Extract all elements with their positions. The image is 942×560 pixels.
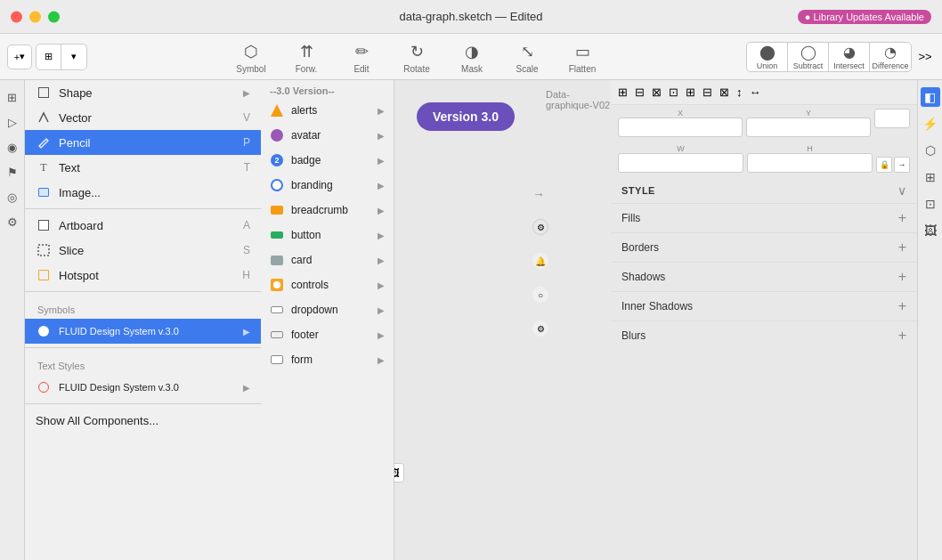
style-divider-1 [611, 203, 917, 204]
menu-item-pencil[interactable]: Pencil P [25, 130, 261, 155]
minimize-button[interactable] [29, 11, 41, 22]
symbol-tool[interactable]: ⬡ Symbol [224, 39, 278, 74]
difference-tool[interactable]: ◔ Difference [870, 43, 911, 71]
inspector-align-center[interactable]: ⊟ [633, 84, 646, 101]
rotate-tool[interactable]: ↻ Rotate [390, 39, 443, 74]
scale-tool[interactable]: ⤡ Scale [500, 39, 554, 74]
menu-item-shape[interactable]: Shape ▶ [25, 80, 261, 105]
image-add-icon[interactable]: 🖼 [921, 221, 940, 240]
edit-tool[interactable]: ✏ Edit [335, 39, 388, 74]
submenu-form[interactable]: form ▶ [261, 347, 394, 372]
submenu-card[interactable]: card ▶ [261, 248, 394, 272]
fluid-ts-label: FLUID Design System v.3.0 [59, 382, 240, 393]
nav-settings2[interactable]: ⚙ [532, 321, 548, 337]
submenu-badge[interactable]: 2 badge ▶ [261, 148, 394, 173]
main-area: ⊞ ▷ ◉ ⚑ ◎ ⚙ Shape ▶ Vector V Pencil [0, 80, 942, 560]
inspector-flip-v[interactable]: ↔ [748, 84, 763, 101]
forward-tool[interactable]: ⇈ Forw. [280, 39, 333, 74]
menu-item-vector[interactable]: Vector V [25, 105, 261, 130]
style-divider-2 [611, 232, 917, 233]
more-button[interactable]: >> [915, 45, 935, 69]
footer-label: footer [291, 329, 378, 341]
coord-x-input[interactable] [618, 118, 743, 137]
menu-item-artboard[interactable]: Artboard A [25, 213, 261, 238]
submenu-button[interactable]: button ▶ [261, 223, 394, 248]
submenu-dropdown[interactable]: dropdown ▶ [261, 297, 394, 322]
fills-add-button[interactable]: + [898, 210, 906, 226]
window-controls [11, 11, 60, 22]
coord-y-input[interactable] [746, 118, 871, 137]
menu-item-text[interactable]: T Text T [25, 155, 261, 180]
inspector-align-bottom[interactable]: ⊠ [718, 84, 731, 101]
inspector-flip-h[interactable]: ↕ [735, 84, 744, 101]
lock-ratio-button[interactable]: 🔒 [876, 157, 892, 173]
toolbar-center: ⬡ Symbol ⇈ Forw. ✏ Edit ↻ Rotate ◑ Mask … [87, 39, 746, 74]
inspector-align-right[interactable]: ⊠ [650, 84, 663, 101]
shadows-add-button[interactable]: + [898, 269, 906, 285]
layer-buttons: ⊞ ▾ [36, 44, 87, 70]
submenu-footer[interactable]: footer ▶ [261, 322, 394, 347]
controls-icon [270, 278, 284, 292]
inspector-icon[interactable]: ◧ [921, 87, 940, 107]
coord-w-input[interactable] [618, 153, 743, 173]
play-icon[interactable]: ▷ [3, 112, 22, 132]
menu-item-fluid[interactable]: FLUID Design System v.3.0 ▶ [25, 319, 261, 344]
grid-icon[interactable]: ⊞ [921, 167, 940, 187]
coord-y-field: Y [746, 109, 871, 137]
inspector-distribute-h[interactable]: ⊡ [667, 84, 680, 101]
menu-item-slice[interactable]: Slice S [25, 238, 261, 263]
submenu-breadcrumb[interactable]: breadcrumb ▶ [261, 198, 394, 223]
menu-item-show-all[interactable]: Show All Components... [25, 408, 261, 433]
inspector-distribute-v[interactable]: ⊞ [684, 84, 697, 101]
borders-add-button[interactable]: + [898, 239, 906, 256]
menu-item-fluid-ts[interactable]: FLUID Design System v.3.0 ▶ [25, 375, 261, 400]
flatten-tool[interactable]: ▭ Flatten [556, 39, 609, 74]
resize-icon[interactable]: ⊡ [921, 194, 940, 214]
menu-item-hotspot[interactable]: Hotspot H [25, 263, 261, 288]
inspector-align-top[interactable]: ⊟ [701, 84, 714, 101]
nav-settings[interactable]: ⚙ [532, 219, 548, 235]
mask-tool[interactable]: ◑ Mask [445, 39, 499, 74]
submenu-alerts[interactable]: alerts ▶ [261, 98, 394, 123]
library-badge[interactable]: ● Library Updates Available [798, 10, 931, 24]
nav-arrow-right[interactable]: → [532, 187, 548, 201]
insert-button[interactable]: ▾ [61, 45, 86, 69]
lightning-icon[interactable]: ⚡ [921, 114, 940, 134]
nav-circle[interactable]: ○ [532, 287, 548, 303]
menu-divider-1 [25, 208, 261, 209]
add-image-button[interactable]: 🖼 [394, 463, 404, 483]
coord-h-input[interactable] [747, 153, 873, 173]
submenu-controls[interactable]: controls ▶ [261, 272, 394, 297]
menu-item-image[interactable]: Image... [25, 180, 261, 205]
close-button[interactable] [11, 11, 22, 22]
inner-shadows-add-button[interactable]: + [898, 298, 906, 314]
inspector-align-left[interactable]: ⊞ [616, 84, 629, 101]
subtract-tool[interactable]: ◯ Subtract [788, 43, 829, 71]
flag-icon[interactable]: ⚑ [3, 162, 22, 182]
difference-icon: ◔ [884, 44, 897, 61]
menu-divider-2 [25, 291, 261, 292]
coord-extra-input[interactable] [874, 109, 910, 128]
mask-label: Mask [461, 64, 483, 74]
intersect-tool[interactable]: ◕ Intersect [829, 43, 870, 71]
components-icon[interactable]: ◉ [3, 137, 22, 157]
settings-icon[interactable]: ⚙ [3, 212, 22, 231]
style-collapse[interactable]: ∨ [897, 183, 906, 198]
target-icon[interactable]: ◎ [3, 187, 22, 207]
nav-bell[interactable]: 🔔 [532, 253, 548, 269]
submenu-avatar[interactable]: avatar ▶ [261, 123, 394, 148]
layers-icon[interactable]: ⊞ [3, 87, 22, 107]
image-icon [36, 184, 52, 200]
blurs-add-button[interactable]: + [898, 328, 906, 344]
breadcrumb-icon [270, 203, 284, 217]
version-badge: Version 3.0 [417, 102, 515, 131]
maximize-button[interactable] [48, 11, 60, 22]
layers-button[interactable]: ⊞ [37, 45, 61, 69]
submenu-branding[interactable]: branding ▶ [261, 173, 394, 198]
card-label: card [291, 254, 378, 266]
union-tool[interactable]: ⬤ Union [747, 43, 788, 71]
hexagon-icon[interactable]: ⬡ [921, 141, 940, 160]
borders-label: Borders [621, 241, 659, 254]
add-button[interactable]: + ▾ [7, 45, 32, 69]
lock-size-button[interactable]: → [894, 157, 910, 173]
